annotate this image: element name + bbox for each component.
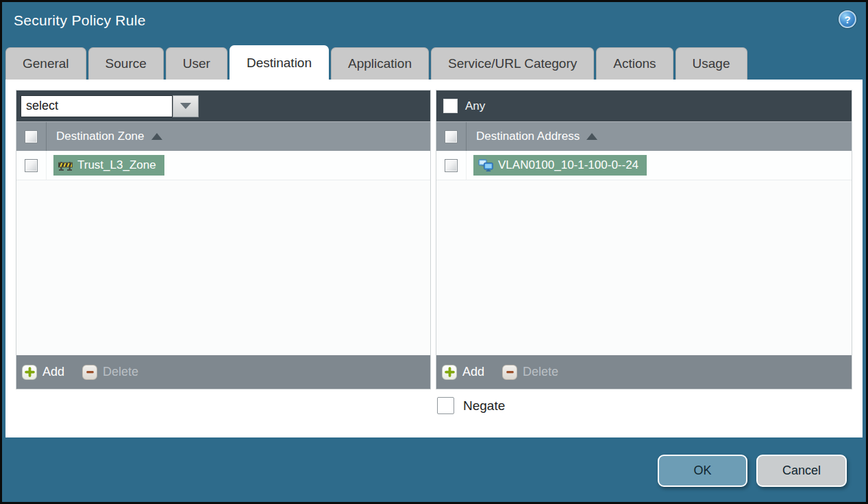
tab-general[interactable]: General xyxy=(5,47,86,80)
zone-table-header[interactable]: Destination Zone xyxy=(16,121,430,151)
zone-header-checkbox-cell xyxy=(16,122,47,151)
destination-zone-panel: Destination Zone xyxy=(16,91,430,389)
address-row-checkbox[interactable] xyxy=(445,159,458,172)
address-row-checkbox-cell xyxy=(436,151,467,180)
tab-destination[interactable]: Destination xyxy=(230,45,329,80)
add-button[interactable]: Add xyxy=(442,365,484,380)
network-computers-icon xyxy=(478,159,493,172)
delete-label: Delete xyxy=(523,365,558,379)
tab-user[interactable]: User xyxy=(166,47,227,80)
zone-column-label: Destination Zone xyxy=(56,130,145,143)
any-checkbox[interactable] xyxy=(443,99,458,113)
zone-toolbar xyxy=(16,91,430,121)
zone-chip[interactable]: Trust_L3_Zone xyxy=(53,155,164,176)
chevron-down-icon xyxy=(180,103,191,109)
destination-tab-content: Destination Zone xyxy=(5,80,863,437)
minus-icon xyxy=(502,365,517,380)
table-row[interactable]: Trust_L3_Zone xyxy=(16,151,430,180)
delete-label: Delete xyxy=(103,365,138,379)
table-row[interactable]: VLAN0100_10-1-100-0--24 xyxy=(436,151,852,180)
cancel-button[interactable]: Cancel xyxy=(756,455,847,487)
any-label: Any xyxy=(465,99,485,113)
delete-button[interactable]: Delete xyxy=(82,365,138,380)
plus-icon xyxy=(442,365,457,380)
delete-button[interactable]: Delete xyxy=(502,365,558,380)
address-chip-label: VLAN0100_10-1-100-0--24 xyxy=(498,158,638,172)
plus-icon xyxy=(22,365,37,380)
add-label: Add xyxy=(462,365,484,379)
negate-control: Negate xyxy=(437,397,505,414)
zone-select-dropdown-button[interactable] xyxy=(173,95,199,117)
any-control: Any xyxy=(441,99,485,113)
address-table-header[interactable]: Destination Address xyxy=(436,121,852,151)
help-icon[interactable]: ? xyxy=(839,10,856,28)
zone-chip-label: Trust_L3_Zone xyxy=(77,158,156,172)
ok-button[interactable]: OK xyxy=(658,455,747,487)
negate-label: Negate xyxy=(463,398,505,413)
address-chip[interactable]: VLAN0100_10-1-100-0--24 xyxy=(473,155,647,176)
address-footer: Add Delete xyxy=(436,355,852,389)
security-policy-rule-dialog: Security Policy Rule ? General Source Us… xyxy=(0,0,868,504)
address-column-label: Destination Address xyxy=(476,130,580,143)
address-rows: VLAN0100_10-1-100-0--24 xyxy=(436,151,852,355)
tab-application[interactable]: Application xyxy=(331,47,429,80)
zone-select-input[interactable] xyxy=(21,95,173,117)
zone-header-checkbox[interactable] xyxy=(25,130,38,143)
add-button[interactable]: Add xyxy=(22,365,64,380)
zone-select-combobox xyxy=(21,95,199,117)
sort-ascending-icon xyxy=(151,133,162,140)
address-header-checkbox[interactable] xyxy=(445,130,458,143)
tab-service-url-category[interactable]: Service/URL Category xyxy=(431,47,594,80)
tab-source[interactable]: Source xyxy=(88,47,164,80)
add-label: Add xyxy=(42,365,64,379)
tab-usage[interactable]: Usage xyxy=(675,47,747,80)
address-toolbar: Any xyxy=(436,91,852,121)
zone-row-checkbox-cell xyxy=(16,151,47,180)
minus-icon xyxy=(82,365,97,380)
tab-actions[interactable]: Actions xyxy=(596,47,673,80)
zone-footer: Add Delete xyxy=(16,355,430,389)
title-bar: Security Policy Rule ? xyxy=(2,2,866,45)
tab-bar: General Source User Destination Applicat… xyxy=(5,45,863,80)
zone-row-checkbox[interactable] xyxy=(25,159,38,172)
dialog-title: Security Policy Rule xyxy=(14,12,146,29)
address-header-checkbox-cell xyxy=(436,122,467,151)
zone-rows: Trust_L3_Zone xyxy=(16,151,430,355)
sort-ascending-icon xyxy=(586,133,597,140)
negate-checkbox[interactable] xyxy=(437,397,454,414)
destination-address-panel: Any Destination Address xyxy=(436,91,852,389)
zone-icon xyxy=(58,160,73,171)
